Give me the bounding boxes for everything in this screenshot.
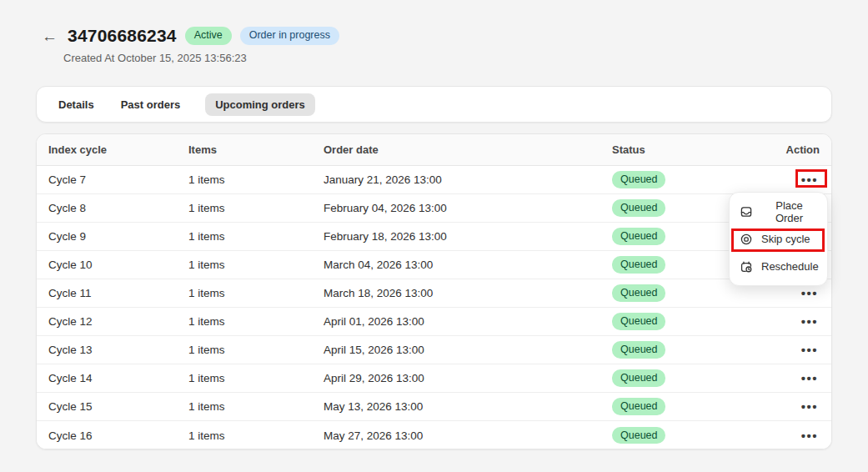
table-row: Cycle 15 1 items May 13, 2026 13:00 Queu… xyxy=(37,393,831,421)
menu-item-reschedule[interactable]: Reschedule xyxy=(730,253,827,280)
column-header-order-date: Order date xyxy=(324,143,612,156)
cell-action: ••• xyxy=(778,427,831,444)
row-actions-button[interactable]: ••• xyxy=(800,398,820,415)
cell-order-date: May 27, 2026 13:00 xyxy=(324,429,612,442)
cell-status: Queued xyxy=(612,427,778,444)
cell-action: ••• xyxy=(778,341,831,359)
cell-order-date: February 18, 2026 13:00 xyxy=(324,230,612,243)
cell-status: Queued xyxy=(612,398,778,414)
menu-item-place-order[interactable]: Place Order xyxy=(730,198,827,225)
tab-bar: DetailsPast ordersUpcoming orders xyxy=(36,86,832,123)
row-actions-button[interactable]: ••• xyxy=(800,427,820,444)
column-header-index-cycle: Index cycle xyxy=(37,143,188,156)
cell-index-cycle: Cycle 7 xyxy=(37,173,188,186)
cell-items: 1 items xyxy=(188,173,324,186)
row-actions-button[interactable]: ••• xyxy=(800,171,820,188)
cell-items: 1 items xyxy=(188,287,324,299)
page-title: 34706686234 xyxy=(68,26,177,46)
queued-badge: Queued xyxy=(612,341,665,358)
queued-badge: Queued xyxy=(612,256,665,273)
cell-order-date: March 18, 2026 13:00 xyxy=(324,287,612,299)
queued-badge: Queued xyxy=(612,199,665,216)
ellipsis-icon: ••• xyxy=(801,343,818,357)
queued-badge: Queued xyxy=(612,313,665,329)
cell-order-date: April 29, 2026 13:00 xyxy=(324,372,612,384)
cell-index-cycle: Cycle 16 xyxy=(37,429,188,442)
queued-badge: Queued xyxy=(612,284,665,301)
queued-badge: Queued xyxy=(612,171,665,188)
column-header-items: Items xyxy=(188,143,324,156)
table-row: Cycle 10 1 items March 04, 2026 13:00 Qu… xyxy=(37,251,831,279)
cell-status: Queued xyxy=(612,284,778,301)
queued-badge: Queued xyxy=(612,398,665,414)
cell-index-cycle: Cycle 15 xyxy=(37,400,188,413)
table-row: Cycle 12 1 items April 01, 2026 13:00 Qu… xyxy=(37,308,831,336)
ellipsis-icon: ••• xyxy=(801,399,818,414)
row-actions-menu: Place Order Skip cycle Reschedule xyxy=(729,192,828,286)
cell-items: 1 items xyxy=(188,202,324,214)
cell-order-date: May 13, 2026 13:00 xyxy=(324,400,612,413)
cell-items: 1 items xyxy=(188,372,324,384)
table-header-row: Index cycle Items Order date Status Acti… xyxy=(37,134,831,166)
table-row: Cycle 13 1 items April 15, 2026 13:00 Qu… xyxy=(37,336,831,364)
back-arrow-icon: ← xyxy=(42,28,58,45)
cell-order-date: March 04, 2026 13:00 xyxy=(324,259,612,271)
status-badge-active: Active xyxy=(185,27,232,45)
cell-index-cycle: Cycle 14 xyxy=(37,372,188,384)
cell-items: 1 items xyxy=(188,315,324,328)
created-at-text: Created At October 15, 2025 13:56:23 xyxy=(63,52,247,64)
ellipsis-icon: ••• xyxy=(801,286,818,300)
upcoming-orders-table: Index cycle Items Order date Status Acti… xyxy=(36,133,832,449)
cell-index-cycle: Cycle 10 xyxy=(37,259,188,271)
header: ← 34706686234 Active Order in progress xyxy=(40,26,339,46)
cell-action: ••• xyxy=(778,313,831,330)
cell-order-date: February 04, 2026 13:00 xyxy=(324,202,612,214)
table-row: Cycle 11 1 items March 18, 2026 13:00 Qu… xyxy=(37,279,831,308)
queued-badge: Queued xyxy=(612,369,665,386)
ellipsis-icon: ••• xyxy=(801,371,818,385)
cell-index-cycle: Cycle 8 xyxy=(37,202,188,214)
cell-action: ••• xyxy=(778,369,831,387)
ellipsis-icon: ••• xyxy=(801,173,818,187)
cell-items: 1 items xyxy=(188,429,324,442)
cell-items: 1 items xyxy=(188,230,324,243)
cell-status: Queued xyxy=(612,369,778,386)
table-row: Cycle 9 1 items February 18, 2026 13:00 … xyxy=(37,223,831,251)
cell-action: ••• xyxy=(778,398,831,415)
tab-details[interactable]: Details xyxy=(57,93,96,116)
cell-order-date: January 21, 2026 13:00 xyxy=(324,173,612,186)
row-actions-button[interactable]: ••• xyxy=(800,369,820,387)
row-actions-button[interactable]: ••• xyxy=(800,284,820,302)
row-actions-button[interactable]: ••• xyxy=(800,313,820,330)
cell-status: Queued xyxy=(612,313,778,329)
status-badge-order-in-progress: Order in progress xyxy=(240,27,339,45)
cell-action: ••• xyxy=(778,284,831,302)
cell-action: ••• xyxy=(778,171,831,188)
column-header-status: Status xyxy=(612,143,778,156)
cell-items: 1 items xyxy=(188,344,324,356)
cell-index-cycle: Cycle 13 xyxy=(37,344,188,356)
table-row: Cycle 7 1 items January 21, 2026 13:00 Q… xyxy=(37,166,831,194)
order-detail-page: ← 34706686234 Active Order in progress C… xyxy=(0,0,868,472)
table-row: Cycle 8 1 items February 04, 2026 13:00 … xyxy=(37,194,831,223)
row-actions-button[interactable]: ••• xyxy=(800,341,820,359)
stop-circle-icon xyxy=(740,233,753,246)
queued-badge: Queued xyxy=(612,427,665,444)
calendar-clock-icon xyxy=(740,260,753,274)
table-row: Cycle 14 1 items April 29, 2026 13:00 Qu… xyxy=(37,364,831,393)
tab-upcoming-orders[interactable]: Upcoming orders xyxy=(205,93,315,116)
queued-badge: Queued xyxy=(612,228,665,244)
back-button[interactable]: ← xyxy=(40,27,59,46)
menu-item-skip-cycle[interactable]: Skip cycle xyxy=(730,225,827,253)
table-row: Cycle 16 1 items May 27, 2026 13:00 Queu… xyxy=(37,421,831,449)
cell-order-date: April 01, 2026 13:00 xyxy=(324,315,612,328)
cell-items: 1 items xyxy=(188,259,324,271)
tab-past-orders[interactable]: Past orders xyxy=(119,93,183,116)
inbox-icon xyxy=(740,205,753,218)
cell-status: Queued xyxy=(612,171,778,188)
cell-status: Queued xyxy=(612,341,778,358)
ellipsis-icon: ••• xyxy=(801,429,818,443)
cell-items: 1 items xyxy=(188,400,324,413)
cell-order-date: April 15, 2026 13:00 xyxy=(324,344,612,356)
cell-index-cycle: Cycle 9 xyxy=(37,230,188,243)
